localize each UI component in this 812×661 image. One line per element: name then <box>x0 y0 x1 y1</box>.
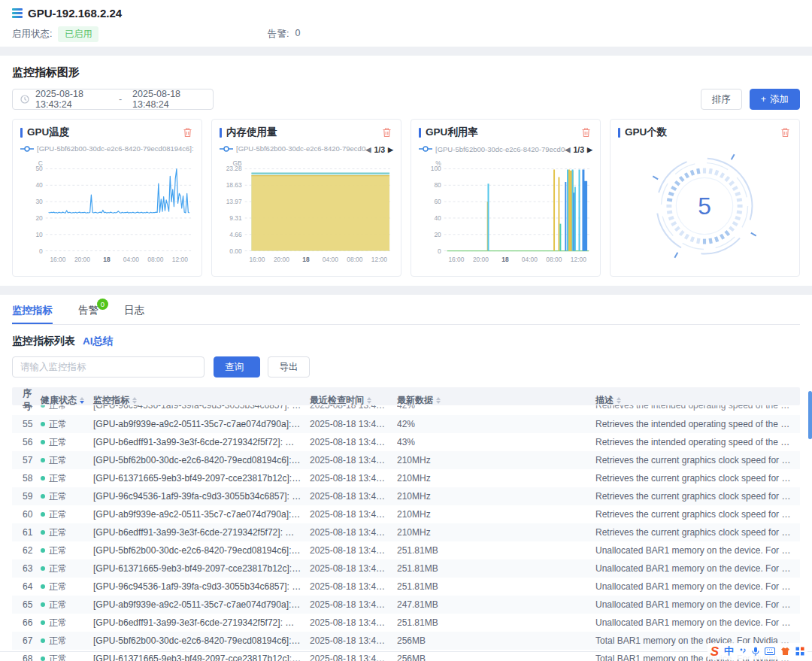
delete-chart-icon[interactable] <box>380 126 393 139</box>
latest-data-cell: 210MHz <box>397 455 595 465</box>
date-range-picker[interactable]: 2025-08-18 13:43:24 - 2025-08-18 13:48:2… <box>12 89 214 110</box>
table-row: 60正常[GPU-ab9f939e-a9c2-0511-35c7-c7ae074… <box>12 505 800 523</box>
pager-next-icon[interactable]: ▶ <box>388 146 393 153</box>
svg-text:C: C <box>38 159 43 167</box>
description-cell: Unallocated BAR1 memory on the device. F… <box>595 599 800 610</box>
svg-text:18: 18 <box>501 256 509 263</box>
column-header-time[interactable]: 最近检查时间 <box>310 394 397 407</box>
latest-data-cell: 210MHz <box>397 527 595 538</box>
check-time-cell: 2025-08-18 13:47:05 <box>310 509 397 520</box>
description-cell: Retrieves the current graphics clock spe… <box>595 473 800 484</box>
svg-text:40: 40 <box>35 181 43 189</box>
ime-punctuation-icon[interactable] <box>739 647 747 655</box>
export-button[interactable]: 导出 <box>268 356 310 377</box>
latest-data-cell: 251.81MB <box>397 581 595 592</box>
pager-page: 1/3 <box>573 145 584 154</box>
device-header-panel: GPU-192.168.2.24 启用状态: 已启用 告警: 0 <box>0 0 812 47</box>
health-status-cell: 正常 <box>41 544 93 557</box>
legend-pager: ◀ 1/3 ▶ <box>366 145 393 154</box>
pager-prev-icon[interactable]: ◀ <box>366 146 371 153</box>
ime-keyboard-icon[interactable] <box>765 647 775 655</box>
ime-chinese-mode-icon[interactable]: 中 <box>724 644 734 658</box>
row-number-cell: 65 <box>12 599 41 610</box>
svg-text:20:00: 20:00 <box>74 256 90 263</box>
delete-chart-icon[interactable] <box>779 126 792 139</box>
table-row: 59正常[GPU-96c94536-1af9-39fa-c9d3-3055b34… <box>12 487 800 505</box>
row-number-cell: 64 <box>12 581 41 592</box>
svg-text:0: 0 <box>438 247 441 255</box>
legend-marker-icon <box>220 145 233 153</box>
sort-carets-icon[interactable] <box>80 397 84 404</box>
svg-text:16:00: 16:00 <box>50 256 65 263</box>
sort-carets-icon[interactable] <box>436 397 441 404</box>
svg-text:18: 18 <box>302 256 310 263</box>
svg-text:04:00: 04:00 <box>522 256 538 263</box>
ime-sogou-logo-icon[interactable]: S <box>710 645 719 658</box>
check-time-cell: 2025-08-18 13:47:21 <box>310 653 397 661</box>
delete-chart-icon[interactable] <box>181 126 194 139</box>
svg-text:08:00: 08:00 <box>347 256 362 263</box>
svg-text:40: 40 <box>434 214 441 222</box>
latest-data-cell: 256MB <box>397 635 595 646</box>
list-subheader: 监控指标列表 AI总结 <box>12 335 800 348</box>
table-scrollbar-thumb[interactable] <box>808 391 812 439</box>
svg-text:20:00: 20:00 <box>473 256 489 263</box>
sort-button[interactable]: 排序 <box>701 89 742 110</box>
query-button[interactable]: 查询 <box>214 356 260 377</box>
column-header-health[interactable]: 健康状态 <box>41 394 93 407</box>
ime-toolbar: S 中 <box>707 643 807 659</box>
legend-marker-icon <box>419 145 432 153</box>
description-cell: Retrieves the intended operating speed o… <box>595 405 800 411</box>
pager-prev-icon[interactable]: ◀ <box>565 146 571 153</box>
svg-text:20:00: 20:00 <box>274 256 289 263</box>
alarm-value: 0 <box>295 28 300 41</box>
chart-legend[interactable]: [GPU-5bf62b00-30dc-e2c6-8420-79ecd08194c… <box>419 144 592 155</box>
tabs-row: 监控指标 告警0 日志 <box>12 295 800 325</box>
list-title: 监控指标列表 <box>12 335 75 348</box>
chart-legend[interactable]: [GPU-5bf62b00-30dc-e2c6-8420-79ecd08194c… <box>220 144 393 155</box>
chart-card-gpu-utilization: GPU利用率 [GPU-5bf62b00-30dc-e2c6-8420-79ec… <box>411 119 601 277</box>
svg-text:30: 30 <box>35 198 43 205</box>
ime-skin-icon[interactable] <box>780 647 790 656</box>
metric-name-cell: [GPU-96c94536-1af9-39fa-c9d3-3055b34c685… <box>93 581 310 593</box>
health-dot-icon <box>41 476 45 481</box>
column-header-value[interactable]: 最新数据 <box>397 394 595 407</box>
plus-icon: + <box>761 94 766 105</box>
sort-carets-icon[interactable] <box>367 397 371 404</box>
row-number-cell: 63 <box>12 563 41 574</box>
column-header-desc[interactable]: 描述 <box>595 394 800 407</box>
enable-status-group: 启用状态: 已启用 <box>12 26 268 42</box>
charts-buttons: 排序 +添加 <box>701 89 800 110</box>
ime-microphone-icon[interactable] <box>752 647 759 656</box>
sort-carets-icon[interactable] <box>132 397 137 404</box>
tab-monitor-metrics[interactable]: 监控指标 <box>12 304 53 324</box>
chart-title: 内存使用量 <box>220 126 277 139</box>
health-status-cell: 正常 <box>41 490 93 503</box>
check-time-cell: 2025-08-18 13:47:06 <box>310 491 397 502</box>
metric-name-cell: [GPU-96c94536-1af9-39fa-c9d3-3055b34c685… <box>93 405 310 412</box>
metric-name-cell: [GPU-61371665-9eb3-bf49-2097-cce23817b12… <box>93 653 310 661</box>
column-header-metric[interactable]: 监控指标 <box>93 394 310 407</box>
delete-chart-icon[interactable] <box>580 126 592 139</box>
tab-logs[interactable]: 日志 <box>124 304 144 324</box>
metric-name-cell: [GPU-b6edff91-3a99-3e3f-6cde-2719342f5f7… <box>93 436 310 449</box>
add-button[interactable]: +添加 <box>750 89 800 110</box>
ai-summary-link[interactable]: AI总结 <box>83 335 114 348</box>
check-time-cell: 2025-08-18 13:47:13 <box>310 599 397 610</box>
description-cell: Retrieves the current graphics clock spe… <box>595 491 800 502</box>
health-status-cell: 正常 <box>41 617 93 629</box>
table-row: 54正常[GPU-96c94536-1af9-39fa-c9d3-3055b34… <box>12 405 800 415</box>
metric-name-cell: [GPU-61371665-9eb3-bf49-2097-cce23817b12… <box>93 472 310 485</box>
chart-cards-row: GPU温度 [GPU-5bf62b00-30dc-e2c6-8420-79ecd… <box>12 119 800 277</box>
pager-next-icon[interactable]: ▶ <box>587 146 592 153</box>
tab-alarms[interactable]: 告警0 <box>78 304 98 324</box>
pager-page: 1/3 <box>374 145 385 154</box>
check-time-cell: 2025-08-18 13:47:25 <box>310 635 397 646</box>
metric-search-input[interactable] <box>12 356 205 377</box>
health-dot-icon <box>41 602 45 607</box>
ime-toolbox-icon[interactable] <box>795 647 804 656</box>
metrics-table-panel: 监控指标 告警0 日志 监控指标列表 AI总结 查询 导出 序号健康状态监控指标… <box>0 295 812 661</box>
sort-carets-icon[interactable] <box>617 397 621 404</box>
health-status-cell: 正常 <box>41 526 93 539</box>
chart-legend[interactable]: [GPU-5bf62b00-30dc-e2c6-8420-79ecd08194c… <box>20 144 194 155</box>
